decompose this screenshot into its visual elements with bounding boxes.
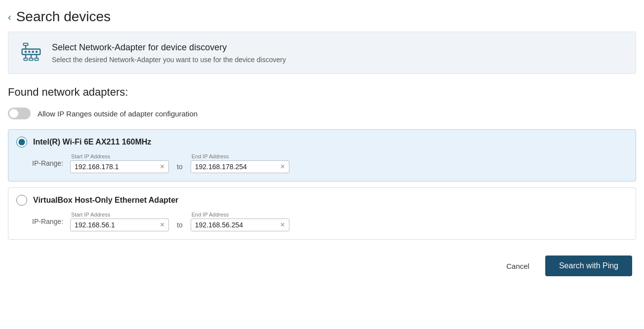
page-header: ‹ Search devices [0,0,644,32]
ip-range-label-2: IP-Range: [32,218,63,225]
svg-point-2 [28,51,31,53]
svg-rect-9 [29,58,33,61]
ip-range-toggle[interactable] [8,108,31,119]
end-ip-clear-2[interactable]: × [279,221,285,229]
start-ip-wrap-1: Start IP Address × [70,153,169,173]
adapter-body-1: IP-Range: Start IP Address × to End IP A… [8,151,636,181]
end-ip-field-1: × [191,160,289,173]
back-button[interactable]: ‹ [8,11,11,23]
svg-rect-12 [23,43,28,46]
ip-range-toggle-label: Allow IP Ranges outside of adapter confi… [38,110,198,118]
info-banner-heading: Select Network-Adapter for device discov… [52,42,286,53]
svg-point-4 [36,51,38,53]
adapter-header-1: Intel(R) Wi-Fi 6E AX211 160MHz [8,130,636,151]
adapter-radio-1[interactable] [16,137,27,147]
start-ip-wrap-2: Start IP Address × [70,212,169,231]
info-banner: Select Network-Adapter for device discov… [8,32,636,74]
search-with-ping-button[interactable]: Search with Ping [545,256,632,276]
start-ip-clear-1[interactable]: × [159,163,165,171]
info-banner-content: Select Network-Adapter for device discov… [52,42,286,64]
ip-range-label-1: IP-Range: [32,159,63,167]
start-ip-clear-2[interactable]: × [159,221,165,229]
end-ip-label-1: End IP Address [191,153,289,159]
section-title: Found network adapters: [0,86,644,99]
adapter-name-1: Intel(R) Wi-Fi 6E AX211 160MHz [33,138,151,146]
adapter-radio-2[interactable] [16,195,27,206]
adapter-name-2: VirtualBox Host-Only Ethernet Adapter [33,196,178,205]
adapter-card-1: Intel(R) Wi-Fi 6E AX211 160MHz IP-Range:… [8,129,636,182]
start-ip-field-2: × [70,219,169,231]
end-ip-label-2: End IP Address [191,212,289,218]
svg-point-1 [25,51,27,53]
adapter-card-2: VirtualBox Host-Only Ethernet Adapter IP… [8,187,636,240]
toggle-slider [8,108,31,119]
footer-row: Cancel Search with Ping [0,246,644,286]
adapter-header-2: VirtualBox Host-Only Ethernet Adapter [8,188,636,210]
network-adapter-icon [20,41,42,65]
start-ip-input-2[interactable] [75,221,159,229]
page-title: Search devices [16,9,111,25]
end-ip-field-2: × [191,219,289,231]
ip-to-label-1: to [174,163,186,171]
start-ip-field-1: × [70,160,169,173]
ip-to-label-2: to [174,221,186,229]
start-ip-label-2: Start IP Address [70,212,169,218]
end-ip-input-1[interactable] [195,163,280,171]
cancel-button[interactable]: Cancel [498,258,537,274]
end-ip-wrap-1: End IP Address × [191,153,289,173]
svg-rect-8 [24,58,27,61]
adapters-container: Intel(R) Wi-Fi 6E AX211 160MHz IP-Range:… [0,129,644,240]
svg-rect-10 [35,58,38,61]
start-ip-label-1: Start IP Address [70,153,169,159]
start-ip-input-1[interactable] [75,163,159,171]
info-banner-description: Select the desired Network-Adapter you w… [52,56,286,64]
end-ip-input-2[interactable] [195,221,280,229]
adapter-body-2: IP-Range: Start IP Address × to End IP A… [8,210,636,239]
ip-range-toggle-row: Allow IP Ranges outside of adapter confi… [0,108,644,119]
end-ip-wrap-2: End IP Address × [191,212,289,231]
end-ip-clear-1[interactable]: × [279,163,285,171]
svg-point-3 [32,51,34,53]
